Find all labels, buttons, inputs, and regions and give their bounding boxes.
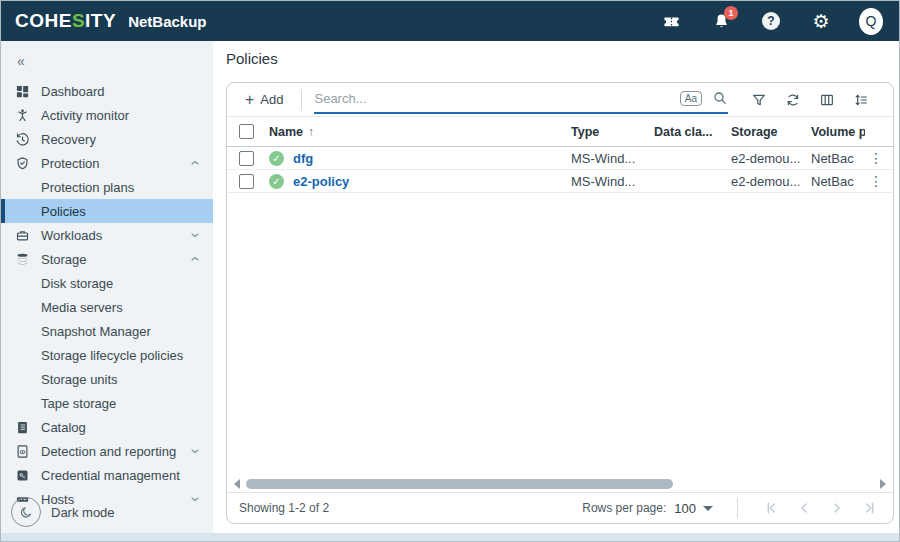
sidebar-item-workloads[interactable]: Workloads <box>1 223 213 247</box>
brand-text: ITY <box>85 10 116 32</box>
row-actions-kebab-icon[interactable]: ⋮ <box>865 150 887 166</box>
scrollbar-thumb[interactable] <box>246 479 673 489</box>
workloads-briefcase-icon <box>15 227 31 243</box>
sidebar-item-detection-and-reporting[interactable]: Detection and reporting <box>1 439 213 463</box>
account-avatar[interactable]: Q <box>859 9 883 33</box>
search-input[interactable] <box>314 91 679 106</box>
row-density-icon[interactable] <box>852 91 869 108</box>
column-header-name[interactable]: Name <box>269 125 303 139</box>
app-window: COHESITY NetBackup 1 ? ⚙ Q « <box>0 0 900 542</box>
refresh-icon[interactable] <box>784 91 801 108</box>
cell-type: MS-Wind... <box>571 151 654 166</box>
sidebar-item-storage-lifecycle-policies[interactable]: Storage lifecycle policies <box>1 343 213 367</box>
sidebar-item-storage[interactable]: Storage <box>1 247 213 271</box>
sidebar-nav: « Dashboard Activity monitor Recovery Pr… <box>1 41 213 533</box>
caret-down-icon <box>703 506 713 511</box>
horizontal-scrollbar <box>227 476 893 492</box>
activity-monitor-icon <box>15 107 31 123</box>
select-all-checkbox[interactable] <box>239 124 254 139</box>
column-header-data-classification[interactable]: Data cla... <box>654 125 731 139</box>
cell-type: MS-Wind... <box>571 174 654 189</box>
sidebar-item-dashboard[interactable]: Dashboard <box>1 79 213 103</box>
scroll-left-arrow[interactable] <box>234 479 240 489</box>
column-header-type[interactable]: Type <box>571 125 654 139</box>
search-field: Aa <box>314 86 728 114</box>
help-icon[interactable]: ? <box>759 9 783 33</box>
sidebar-item-policies[interactable]: Policies <box>1 199 213 223</box>
search-icon[interactable] <box>712 90 728 106</box>
sidebar-item-protection[interactable]: Protection <box>1 151 213 175</box>
row-actions-kebab-icon[interactable]: ⋮ <box>865 173 887 189</box>
filter-icon[interactable] <box>750 91 767 108</box>
policy-link[interactable]: e2-policy <box>293 174 349 189</box>
main-content: Policies + Add Aa <box>213 41 899 533</box>
column-header-storage[interactable]: Storage <box>731 125 811 139</box>
table-footer: Showing 1-2 of 2 Rows per page: 100 <box>227 492 893 523</box>
policies-table-card: + Add Aa <box>226 82 894 524</box>
ticket-icon[interactable] <box>659 9 683 33</box>
cell-volume-pool: NetBac <box>811 174 865 189</box>
scrollbar-track[interactable] <box>246 479 874 489</box>
table-row: ✓ dfg MS-Wind... e2-demou... NetBac ⋮ <box>227 147 893 170</box>
status-ok-icon: ✓ <box>269 151 284 166</box>
report-eye-document-icon <box>15 443 31 459</box>
credential-key-icon <box>15 467 31 483</box>
rows-per-page-label: Rows per page: <box>582 501 666 515</box>
table-header-row: Name ↑ Type Data cla... Storage Volume p <box>227 117 893 147</box>
notifications-bell-icon[interactable]: 1 <box>709 9 733 33</box>
page-title: Policies <box>226 50 894 70</box>
sort-ascending-icon[interactable]: ↑ <box>308 125 314 139</box>
collapse-sidebar-icon[interactable]: « <box>17 53 37 69</box>
product-name: NetBackup <box>128 13 206 30</box>
table-toolbar: + Add Aa <box>227 83 893 117</box>
status-ok-icon: ✓ <box>269 174 284 189</box>
next-page-button[interactable] <box>828 499 846 517</box>
notification-badge: 1 <box>724 6 738 20</box>
footer-divider <box>737 498 738 518</box>
sidebar-item-media-servers[interactable]: Media servers <box>1 295 213 319</box>
cell-storage: e2-demou... <box>731 151 811 166</box>
dashboard-icon <box>15 83 31 99</box>
brand-text: COHE <box>15 10 72 32</box>
moon-icon <box>11 497 41 527</box>
cohesity-logo: COHESITY <box>15 10 116 32</box>
cell-storage: e2-demou... <box>731 174 811 189</box>
toolbar-divider <box>301 90 302 110</box>
first-page-button[interactable] <box>762 499 780 517</box>
catalog-book-icon <box>15 419 31 435</box>
recovery-history-icon <box>15 131 31 147</box>
dark-mode-toggle[interactable]: Dark mode <box>11 497 115 527</box>
chevron-up-icon <box>189 157 201 169</box>
add-policy-button[interactable]: + Add <box>239 88 289 112</box>
chevron-down-icon <box>189 445 201 457</box>
plus-icon: + <box>245 92 254 108</box>
scroll-right-arrow[interactable] <box>880 479 886 489</box>
sidebar-item-snapshot-manager[interactable]: Snapshot Manager <box>1 319 213 343</box>
policy-link[interactable]: dfg <box>293 151 313 166</box>
sidebar-item-tape-storage[interactable]: Tape storage <box>1 391 213 415</box>
column-header-volume-pool[interactable]: Volume p <box>811 125 865 139</box>
sidebar-item-protection-plans[interactable]: Protection plans <box>1 175 213 199</box>
sidebar-item-recovery[interactable]: Recovery <box>1 127 213 151</box>
chevron-up-icon <box>189 253 201 265</box>
sidebar-item-activity-monitor[interactable]: Activity monitor <box>1 103 213 127</box>
brand-text-green-s: S <box>72 10 85 32</box>
rows-per-page-select[interactable]: 100 <box>674 501 713 516</box>
cell-volume-pool: NetBac <box>811 151 865 166</box>
previous-page-button[interactable] <box>795 499 813 517</box>
sidebar-item-storage-units[interactable]: Storage units <box>1 367 213 391</box>
showing-count-text: Showing 1-2 of 2 <box>239 501 329 515</box>
top-bar: COHESITY NetBackup 1 ? ⚙ Q <box>1 1 899 41</box>
sidebar-item-disk-storage[interactable]: Disk storage <box>1 271 213 295</box>
window-bottom-strip <box>1 533 899 541</box>
match-case-toggle[interactable]: Aa <box>680 91 702 106</box>
sidebar-item-credential-management[interactable]: Credential management <box>1 463 213 487</box>
columns-icon[interactable] <box>818 91 835 108</box>
settings-gear-icon[interactable]: ⚙ <box>809 9 833 33</box>
row-checkbox[interactable] <box>239 151 254 166</box>
protection-shield-icon <box>15 155 31 171</box>
last-page-button[interactable] <box>861 499 879 517</box>
sidebar-item-catalog[interactable]: Catalog <box>1 415 213 439</box>
row-checkbox[interactable] <box>239 174 254 189</box>
storage-disks-icon <box>15 251 31 267</box>
